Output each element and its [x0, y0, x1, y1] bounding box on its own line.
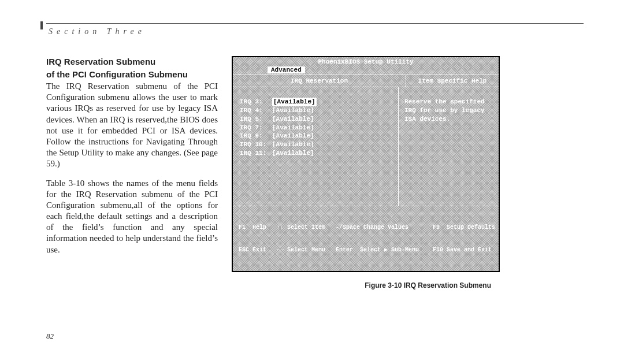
bios-col-irq-reservation: IRQ Reservation	[233, 75, 406, 87]
irq-row: IRQ 4: [Available]	[240, 106, 391, 115]
irq-label: IRQ 7:	[240, 124, 272, 132]
bios-footer: F1 Help ↑↓ Select Item -/Space Change Va…	[233, 206, 499, 271]
irq-value: [Available]	[272, 149, 314, 158]
irq-value: [Available]	[272, 140, 314, 149]
bios-tab-advanced: Advanced	[268, 66, 305, 73]
paragraph-2: Table 3-10 shows the names of the menu f…	[46, 178, 218, 255]
bios-title: PhoenixBIOS Setup Utility	[233, 57, 499, 65]
manual-page: Section Three IRQ Reservation Submenu of…	[0, 0, 624, 364]
irq-value: [Available]	[272, 106, 314, 115]
irq-row: IRQ 7: [Available]	[240, 124, 391, 132]
heading-line2: of the PCI Configuration Submenu	[46, 69, 218, 80]
section-header: Section Three	[49, 27, 584, 36]
irq-row: IRQ 10: [Available]	[240, 140, 391, 149]
irq-value-selected: [Available]	[272, 98, 317, 106]
top-rule	[46, 23, 584, 24]
heading-line1: IRQ Reservation Submenu	[46, 56, 218, 68]
irq-row: IRQ 3: [Available]	[240, 98, 391, 106]
bios-irq-list: IRQ 3: [Available] IRQ 4: [Available] IR…	[233, 87, 399, 206]
irq-value: [Available]	[272, 124, 314, 132]
irq-row: IRQ 11: [Available]	[240, 149, 391, 158]
irq-row: IRQ 5: [Available]	[240, 115, 391, 124]
irq-label: IRQ 10:	[240, 140, 272, 149]
irq-label: IRQ 3:	[240, 98, 272, 106]
irq-label: IRQ 5:	[240, 115, 272, 124]
irq-value: [Available]	[272, 132, 314, 140]
bios-col-item-help: Item Specific Help	[406, 75, 499, 87]
page-number: 82	[46, 332, 54, 341]
bios-tab-row: Advanced	[233, 65, 499, 75]
bios-footer-line2: ESC Exit ←→ Select Menu Enter Select ▶ S…	[239, 246, 493, 254]
bios-column-headers: IRQ Reservation Item Specific Help	[233, 75, 499, 87]
bios-body: IRQ 3: [Available] IRQ 4: [Available] IR…	[233, 87, 499, 206]
figure-caption: Figure 3-10 IRQ Reservation Submenu	[232, 281, 491, 289]
paragraph-1: The IRQ Reservation submenu of the PCI C…	[46, 81, 218, 170]
text-column: IRQ Reservation Submenu of the PCI Confi…	[46, 56, 218, 289]
figure-column: PhoenixBIOS Setup Utility Advanced IRQ R…	[232, 56, 584, 289]
irq-row: IRQ 9: [Available]	[240, 132, 391, 140]
section-label: Section Three	[49, 27, 146, 36]
irq-label: IRQ 9:	[240, 132, 272, 140]
irq-label: IRQ 4:	[240, 106, 272, 115]
bios-screenshot: PhoenixBIOS Setup Utility Advanced IRQ R…	[232, 56, 500, 272]
content-row: IRQ Reservation Submenu of the PCI Confi…	[46, 56, 584, 289]
bios-footer-line1: F1 Help ↑↓ Select Item -/Space Change Va…	[239, 224, 493, 231]
header-tick	[40, 21, 43, 29]
irq-label: IRQ 11:	[240, 149, 272, 158]
bios-help-text: Reserve the specified IRQ for use by leg…	[399, 87, 499, 206]
irq-value: [Available]	[272, 115, 314, 124]
